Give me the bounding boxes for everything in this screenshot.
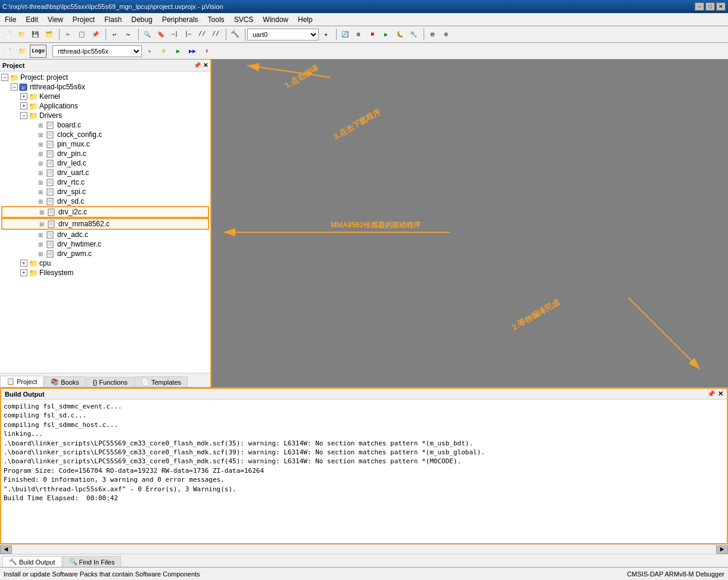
tab-icon-1: 📚 [51,378,59,386]
tree-item-10[interactable]: ⊞drv_uart.c [1,168,209,177]
menu-item-help[interactable]: Help [293,14,318,25]
run-button[interactable]: ▶ [379,28,393,41]
options-button[interactable]: ⚙ [440,28,453,41]
target-options-button[interactable]: ⚙ [157,45,170,58]
build-hscrollbar[interactable]: ◄ ► [0,544,728,554]
tree-item-label: Project: project [20,73,68,82]
undo-button[interactable]: ↩ [108,28,121,41]
status-right: CMSIS-DAP ARMv8-M Debugger [627,570,724,578]
tree-item-13[interactable]: ⊞drv_sd.c [1,197,209,206]
tree-item-1[interactable]: –μrtthread-lpc55s6x [1,82,209,92]
tree-expander[interactable]: + [20,93,27,100]
file-icon [46,188,56,196]
tree-item-14[interactable]: ⊞drv_i2c.c [1,206,209,218]
build-output-icon: 🔨 [9,558,17,566]
menu-item-file[interactable]: File [0,14,21,25]
pin-button[interactable]: 📌 [194,62,201,68]
tree-item-17[interactable]: ⊞drv_hwtimer.c [1,239,209,249]
menu-item-flash[interactable]: Flash [99,14,126,25]
open-button[interactable]: 📁 [15,28,28,41]
tree-item-0[interactable]: –📁Project: project [1,73,209,82]
minimize-button[interactable]: – [695,2,704,11]
tree-item-15[interactable]: ⊞drv_mma8562.c [1,218,209,230]
logo-button[interactable]: Logo [30,45,46,58]
menu-item-project[interactable]: Project [68,14,99,25]
tree-expander[interactable]: + [20,102,27,110]
panel-tabs: 📋Project📚Books{}Functions📄Templates [0,373,210,387]
panel-header-controls: 📌 ✕ [194,62,208,68]
build-close-button[interactable]: ✕ [718,390,723,398]
build-button[interactable]: 🔨 [228,28,241,41]
tree-item-19[interactable]: +📁cpu [1,258,209,268]
find-button[interactable]: 🔍 [141,28,154,41]
title-bar: C:\nxp\rt-thread\bsp\lpc55sxx\lpc55s69_m… [0,0,728,13]
copy-button[interactable]: 📋 [75,28,88,41]
tree-expander[interactable]: – [20,112,27,119]
stop-button[interactable]: ■ [366,28,379,41]
magic-wand-button[interactable]: ✦ [319,28,332,41]
menu-item-peripherals[interactable]: Peripherals [157,14,203,25]
build-pin-button[interactable]: 📌 [707,390,715,398]
save-button[interactable]: 💾 [29,28,42,41]
tree-item-label: drv_rtc.c [57,178,85,186]
tree-expander[interactable]: + [20,260,27,267]
debug-button[interactable]: 🐛 [393,28,406,41]
redo-button[interactable]: ↪ [122,28,135,41]
menu-item-edit[interactable]: Edit [21,14,43,25]
uncomment-button[interactable]: // [209,28,222,41]
bookmark-button[interactable]: 🔖 [154,28,167,41]
tree-item-7[interactable]: ⊞pin_mux.c [1,139,209,149]
tree-item-3[interactable]: +📁Applications [1,101,209,111]
refresh-button[interactable]: 🔄 [338,28,351,41]
windows-button[interactable]: ⊞ [426,28,439,41]
paste-button[interactable]: 📌 [89,28,102,41]
tree-item-4[interactable]: –📁Drivers [1,111,209,120]
new-file-button[interactable]: 📄 [1,28,14,41]
target-select[interactable]: rtthread-lpc55s6x [52,45,142,57]
panel-tab-project[interactable]: 📋Project [0,376,43,387]
close-button[interactable]: ✕ [716,2,726,11]
tree-item-18[interactable]: ⊞drv_pwm.c [1,249,209,258]
cpu-button[interactable]: ⚙ [352,28,365,41]
tree-expander[interactable]: – [1,74,8,81]
menu-item-window[interactable]: Window [258,14,293,25]
menu-item-svcs[interactable]: SVCS [229,14,259,25]
close-panel-button[interactable]: ✕ [203,62,208,68]
tree-item-5[interactable]: ⊞board.c [1,120,209,130]
cut-button[interactable]: ✂ [61,28,74,41]
tree-expander[interactable]: – [11,83,18,91]
tree-expander[interactable]: + [20,269,27,276]
tree-item-20[interactable]: +📁Filesystem [1,268,209,277]
unindent-button[interactable]: |← [182,28,195,41]
magic-button[interactable]: ✧ [143,45,156,58]
bottom-tab-build-output[interactable]: 🔨Build Output [2,556,62,567]
save-all-button[interactable]: 🗂️ [42,28,55,41]
tree-item-6[interactable]: ⊞clock_config.c [1,130,209,139]
menu-item-tools[interactable]: Tools [203,14,229,25]
tree-item-8[interactable]: ⊞drv_pin.c [1,149,209,158]
folder-icon: 📁 [10,73,19,82]
comment-button[interactable]: // [195,28,209,41]
download-btn[interactable]: ⬇ [200,45,213,58]
maximize-button[interactable]: □ [705,2,715,11]
target-dropdown[interactable]: uart0 [247,29,319,40]
menu-item-debug[interactable]: Debug [127,14,157,25]
panel-tab-templates[interactable]: 📄Templates [135,376,188,387]
folder-button-2[interactable]: 📁 [15,45,29,58]
tree-item-2[interactable]: +📁Kernel [1,92,209,101]
indent-button[interactable]: →| [168,28,181,41]
settings-button[interactable]: 🔧 [407,28,420,41]
rebuild-btn[interactable]: ▶▶ [186,45,199,58]
new-button-2[interactable]: 📄 [1,45,14,58]
tree-item-9[interactable]: ⊞drv_led.c [1,158,209,168]
tree-item-12[interactable]: ⊞drv_spi.c [1,187,209,197]
build-btn[interactable]: ▶ [172,45,185,58]
bottom-tab-find-in files[interactable]: 🔍Find In Files [63,556,122,567]
tree-item-16[interactable]: ⊞drv_adc.c [1,230,209,239]
tree-item-11[interactable]: ⊞drv_rtc.c [1,177,209,187]
panel-tab-books[interactable]: 📚Books [44,376,86,387]
panel-tab-functions[interactable]: {}Functions [86,377,134,387]
menu-item-view[interactable]: View [43,14,68,25]
svg-rect-18 [47,160,53,167]
folder-icon: 📁 [29,102,38,110]
